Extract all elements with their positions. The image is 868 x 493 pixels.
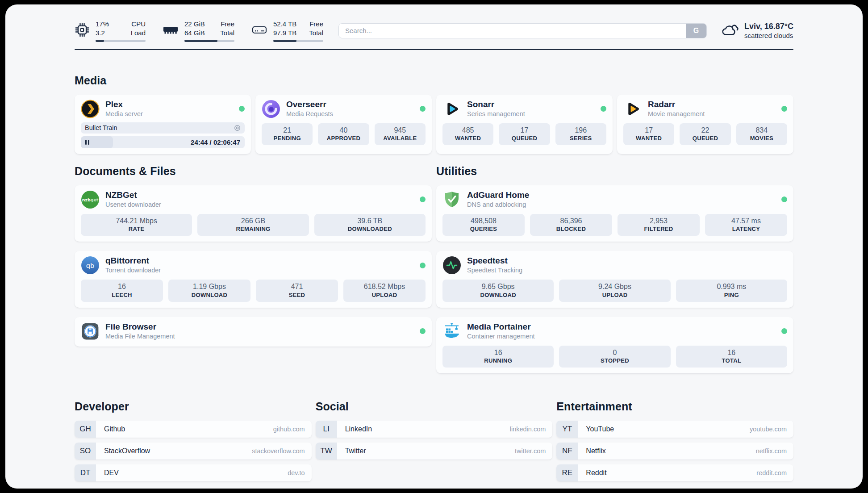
cpu-load-value: 3.2	[96, 29, 109, 38]
app-subtitle: Media File Management	[105, 332, 175, 341]
stat-upload: 618.52 Mbps UPLOAD	[343, 280, 426, 301]
section-title-entertainment: Entertainment	[556, 400, 793, 413]
status-dot	[420, 263, 426, 268]
memory-ram-icon	[163, 24, 179, 38]
section-title-utilities: Utilities	[436, 165, 793, 178]
stat-queued: 22 QUEUED	[680, 123, 730, 145]
app-subtitle: Torrent downloader	[105, 266, 161, 275]
status-dot	[781, 196, 787, 202]
bookmark-url: youtube.com	[750, 426, 787, 433]
memory-values: 22 GiB 64 GiB	[184, 20, 205, 38]
media-cards-row: Plex Media server Bullet Train	[75, 95, 793, 154]
dashboard-page: 17% 3.2 CPU Load	[5, 4, 863, 489]
disk-values: 52.4 TB 97.9 TB	[273, 20, 296, 38]
stat-total: 16 TOTAL	[676, 346, 787, 368]
app-card-filebrowser[interactable]: File Browser Media File Management	[75, 317, 432, 347]
app-name: qBittorrent	[105, 256, 161, 266]
bookmark-url: linkedin.com	[510, 426, 546, 433]
app-card-radarr[interactable]: Radarr Movie management 17 WANTED 22 QUE…	[617, 95, 793, 154]
weather-widget[interactable]: Lviv, 16.87°C scattered clouds	[720, 21, 793, 40]
qbittorrent-icon: qb	[81, 256, 100, 275]
stat-remaining: 266 GB REMAINING	[197, 214, 309, 236]
search-provider-button[interactable]: G	[686, 24, 706, 38]
bookmark-name: YouTube	[586, 425, 614, 433]
bookmark-url: stackoverflow.com	[252, 447, 305, 455]
app-subtitle: Media Requests	[286, 110, 333, 118]
topbar-divider	[75, 49, 793, 50]
app-name: AdGuard Home	[467, 190, 529, 200]
bookmark-github[interactable]: GH Github github.com	[75, 421, 312, 438]
search-input[interactable]	[338, 23, 707, 38]
status-dot	[239, 106, 245, 112]
stat-download: 9.65 Gbps DOWNLOAD	[442, 280, 554, 301]
app-subtitle: Movie management	[648, 110, 705, 118]
app-subtitle: Container management	[467, 332, 535, 341]
bookmark-stackoverflow[interactable]: SO StackOverflow stackoverflow.com	[75, 443, 312, 460]
app-name: NZBGet	[105, 190, 161, 200]
stat-upload: 9.24 Gbps UPLOAD	[559, 280, 670, 301]
bookmark-name: StackOverflow	[104, 447, 150, 455]
stat-download: 1.19 Gbps DOWNLOAD	[168, 280, 250, 301]
app-card-adguard[interactable]: AdGuard Home DNS and adblocking 498,508 …	[436, 185, 793, 242]
bookmarks-social: Social LI LinkedIn linkedin.com TW Twitt…	[316, 400, 553, 481]
status-dot	[601, 106, 606, 112]
bookmark-dev[interactable]: DT DEV dev.to	[75, 464, 312, 481]
cpu-label-2: Load	[131, 29, 146, 38]
app-name: Radarr	[648, 100, 705, 109]
app-card-nzbget[interactable]: nzbget NZBGet Usenet downloader 744.21 M…	[75, 185, 432, 242]
stat-pending: 21 PENDING	[262, 123, 313, 145]
plex-now-playing: Bullet Train 24:44 / 02:06:47	[81, 122, 245, 148]
app-card-qbittorrent[interactable]: qb qBittorrent Torrent downloader 16 LEE…	[75, 251, 432, 307]
app-card-speedtest[interactable]: Speedtest Speedtest Tracking 9.65 Gbps D…	[436, 251, 793, 307]
bookmark-abbr: TW	[316, 443, 337, 460]
bookmark-linkedin[interactable]: LI LinkedIn linkedin.com	[316, 421, 553, 438]
filebrowser-icon	[81, 322, 100, 341]
overseerr-icon	[262, 100, 280, 118]
memory-total-value: 64 GiB	[184, 29, 205, 38]
now-playing-row[interactable]: Bullet Train	[81, 122, 245, 134]
status-dot	[781, 328, 787, 334]
stat-approved: 40 APPROVED	[318, 123, 369, 145]
top-bar: 17% 3.2 CPU Load	[75, 20, 793, 42]
stat-blocked: 86,396 BLOCKED	[530, 214, 612, 236]
app-card-portainer[interactable]: Media Portainer Container management 16 …	[436, 317, 793, 373]
bookmark-name: Netflix	[586, 447, 605, 455]
app-name: Speedtest	[467, 256, 522, 266]
bookmark-twitter[interactable]: TW Twitter twitter.com	[316, 443, 553, 460]
stat-stopped: 0 STOPPED	[559, 346, 670, 368]
radarr-icon	[623, 100, 642, 118]
cpu-labels: CPU Load	[131, 20, 146, 38]
bookmarks-entertainment: Entertainment YT YouTube youtube.com NF …	[556, 400, 793, 481]
section-title-media: Media	[75, 74, 793, 87]
bookmark-name: Github	[104, 425, 125, 433]
bookmark-abbr: LI	[316, 421, 337, 438]
stat-queued: 17 QUEUED	[499, 123, 550, 145]
bookmark-url: twitter.com	[515, 447, 546, 455]
cpu-widget: 17% 3.2 CPU Load	[75, 20, 146, 42]
bookmark-url: dev.to	[288, 469, 305, 476]
memory-label-total: Total	[220, 29, 234, 38]
app-name: Sonarr	[467, 100, 525, 109]
playback-time: 24:44 / 02:06:47	[191, 138, 240, 146]
disk-free-value: 52.4 TB	[273, 20, 296, 29]
stat-wanted: 17 WANTED	[623, 123, 674, 145]
app-card-overseerr[interactable]: Overseerr Media Requests 21 PENDING 40 A…	[255, 95, 432, 154]
app-card-sonarr[interactable]: Sonarr Series management 485 WANTED 17 Q…	[436, 95, 613, 154]
bookmark-abbr: GH	[75, 421, 96, 438]
stat-series: 196 SERIES	[555, 123, 606, 145]
app-subtitle: Media server	[105, 110, 143, 118]
bookmark-netflix[interactable]: NF Netflix netflix.com	[556, 443, 793, 460]
section-title-documents: Documents & Files	[75, 165, 432, 178]
playback-progress-bar[interactable]: 24:44 / 02:06:47	[81, 136, 245, 148]
bookmark-youtube[interactable]: YT YouTube youtube.com	[556, 421, 793, 438]
memory-progress-bar	[184, 40, 234, 42]
stat-latency: 47.57 ms LATENCY	[705, 214, 787, 236]
app-card-plex[interactable]: Plex Media server Bullet Train	[75, 95, 251, 154]
bookmark-reddit[interactable]: RE Reddit reddit.com	[556, 464, 793, 481]
session-target-icon	[234, 125, 241, 131]
cpu-label-1: CPU	[131, 20, 146, 29]
stat-wanted: 485 WANTED	[442, 123, 493, 145]
bookmark-abbr: DT	[75, 464, 96, 481]
disk-label-free: Free	[309, 20, 323, 29]
memory-free-value: 22 GiB	[184, 20, 205, 29]
